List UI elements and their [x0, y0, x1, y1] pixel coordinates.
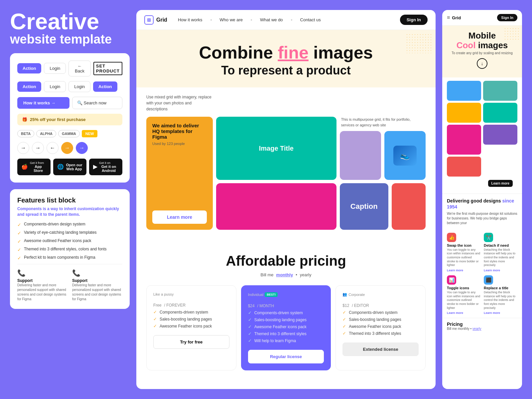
mobile-cell-green — [483, 103, 517, 123]
hero-line1-end: images — [309, 43, 373, 62]
mobile-dot-decoration — [504, 27, 520, 41]
corp-feat-1: ✓Components-driven system — [342, 310, 419, 315]
mobile-feature-4: ⬛ Replace a title Detaching the block in… — [484, 275, 517, 315]
android-btn[interactable]: ▶ Get it on Get it on Android — [89, 159, 122, 175]
replace-icon: ⬛ — [484, 275, 493, 285]
hero-highlight: fine — [278, 43, 308, 62]
nav-logo: ⊞ Grid — [144, 15, 167, 25]
chart-icon: 📊 — [447, 275, 456, 285]
tag-beta: BETA — [17, 130, 34, 137]
check-icon-3: ✓ — [17, 239, 21, 244]
web-icon: 🌐 — [57, 164, 64, 170]
mf-learn-more-1[interactable]: Learn more — [447, 269, 463, 272]
nav-signin-btn[interactable]: Sign In — [400, 15, 428, 25]
hamburger-icon[interactable]: ≡ — [447, 15, 450, 21]
mobile-yearly[interactable]: yearly — [472, 327, 481, 331]
btn-row-3: How it works → 🔍 Search now — [17, 97, 122, 109]
corporate-plan-btn[interactable]: Extended license — [342, 342, 419, 356]
support-item-2: 📞 Support Delivering faster and more per… — [72, 269, 122, 302]
arrow-btn-3[interactable]: ← — [47, 142, 59, 154]
mf-learn-more-2[interactable]: Learn more — [484, 269, 500, 272]
tag-gamma: GAMMA — [58, 130, 80, 137]
billing-yearly[interactable]: yearly — [300, 272, 312, 277]
app-store-btn[interactable]: 🍎 Get it from App Store — [17, 159, 51, 175]
col2-rows: Image Title — [216, 117, 336, 230]
free-plan-btn[interactable]: Try for free — [153, 335, 229, 349]
image-title-cell: Image Title — [216, 117, 336, 180]
login-btn-3[interactable]: Login — [68, 81, 90, 92]
col3-bottom: Caption — [340, 183, 426, 230]
phone-icon-1: 📞 — [17, 269, 67, 277]
web-app-btn[interactable]: 🌐 Open our Web App — [53, 159, 86, 175]
individual-plan-btn[interactable]: Regular license — [248, 350, 324, 363]
billing-toggle: Bill me monthly • yearly — [146, 272, 426, 277]
mf-learn-more-4[interactable]: Learn more — [484, 311, 500, 315]
learn-more-btn[interactable]: Learn more — [152, 210, 207, 224]
mobile-text-title: Delivering good designs since 1954 — [447, 198, 517, 210]
login-btn-1[interactable]: Login — [44, 63, 66, 74]
nav-bar: ⊞ Grid How it works Who we are What we d… — [136, 10, 436, 30]
pricing-section: Affordable pricing Bill me monthly • yea… — [136, 240, 436, 380]
nav-contact-us[interactable]: Contact us — [300, 17, 321, 22]
mobile-hero: Mobile Cool images To create any grid by… — [442, 26, 522, 77]
caption-text: Caption — [350, 202, 378, 211]
android-icon: ▶ — [93, 164, 97, 170]
nav-dot-1 — [210, 19, 212, 21]
grid-section: Use mixed grid with imagery, replace wit… — [136, 87, 436, 240]
nav-who-we-are[interactable]: Who we are — [220, 17, 243, 22]
back-btn[interactable]: ← Back — [68, 61, 90, 76]
scissors-icon: ✂️ — [484, 233, 493, 242]
nav-links: How it works Who we are What we do Conta… — [178, 17, 389, 22]
mobile-learn-more-btn[interactable]: Learn more — [488, 180, 513, 187]
billing-monthly[interactable]: monthly — [276, 272, 293, 277]
arrow-btn-2[interactable]: → — [32, 142, 44, 154]
ind-feat-2: ✓Sales-boosting landing pages — [248, 317, 324, 322]
mobile-nav-left: ≡ Grid — [447, 15, 461, 21]
mobile-pricing-title: Pricing — [447, 322, 517, 327]
arrow-btn-1[interactable]: → — [17, 142, 29, 154]
grid-col1: We aimed to deliver HQ templates for Fig… — [146, 117, 213, 230]
free-feat-2: ✓Sales-boosting landing pages — [153, 317, 229, 322]
lavender-cell — [340, 131, 381, 180]
action-btn-2[interactable]: Action — [17, 81, 41, 92]
features-title: Features list block — [17, 197, 122, 204]
individual-plan-name: $24 / MONTH — [248, 299, 324, 310]
how-it-works-btn[interactable]: How it works → — [17, 97, 69, 109]
mobile-signin-btn[interactable]: Sign In — [497, 14, 517, 21]
individual-plan-type: Individual BEST! — [248, 292, 324, 297]
feature-item-5: ✓ Perfect kit to learn components in Fig… — [17, 255, 122, 261]
nav-what-we-do[interactable]: What we do — [260, 17, 283, 22]
ind-feat-1: ✓Components-driven system — [248, 310, 324, 315]
dot-decoration — [406, 33, 432, 53]
mobile-nav: ≡ Grid Sign In — [442, 10, 522, 26]
image-grid: We aimed to deliver HQ templates for Fig… — [146, 117, 426, 230]
mobile-scroll-btn[interactable]: ↓ — [477, 58, 487, 69]
corporate-plan-type: 👥 Corporate — [342, 292, 419, 297]
hero-line1-start: Combine — [199, 43, 278, 62]
action-btn-1[interactable]: Action — [17, 63, 41, 73]
free-plan-card: Like a pussy Free / FOREVER ✓Components-… — [146, 285, 236, 370]
pink-cell — [216, 183, 336, 230]
action-btn-3[interactable]: Action — [93, 81, 117, 92]
free-feat-1: ✓Components-driven system — [153, 310, 229, 315]
store-buttons: 🍎 Get it from App Store 🌐 Open our Web A… — [17, 159, 122, 175]
nav-dot-2 — [251, 19, 252, 21]
corp-feat-4: ✓Themed into 3 different styles — [342, 331, 419, 336]
discount-text: 25% off your first purchase — [30, 117, 86, 122]
ui-preview-card: Action Login ← Back SETPRODUCT Action Lo… — [10, 53, 130, 183]
arrow-btn-4[interactable]: → — [61, 142, 73, 154]
brand-tag: SETPRODUCT — [93, 62, 122, 75]
discount-banner: 🎁 25% off your first purchase — [17, 114, 122, 125]
grid-right-text: This is multipurpose grid, it fits for p… — [340, 117, 426, 128]
logo-icon: ⊞ — [144, 15, 154, 25]
login-btn-2[interactable]: Login — [44, 81, 66, 92]
search-btn[interactable]: 🔍 Search now — [72, 97, 122, 109]
arrow-btn-5[interactable]: → — [76, 142, 88, 154]
nav-how-it-works[interactable]: How it works — [178, 17, 202, 22]
mf-learn-more-3[interactable]: Learn more — [447, 311, 463, 315]
mobile-cell-pink — [447, 125, 481, 155]
image-title-text: Image Title — [259, 145, 294, 152]
check-icon-5: ✓ — [17, 255, 21, 261]
phone-icon-2: 📞 — [72, 269, 122, 277]
tags-row: BETA ALPHA GAMMA NEW — [17, 130, 122, 137]
